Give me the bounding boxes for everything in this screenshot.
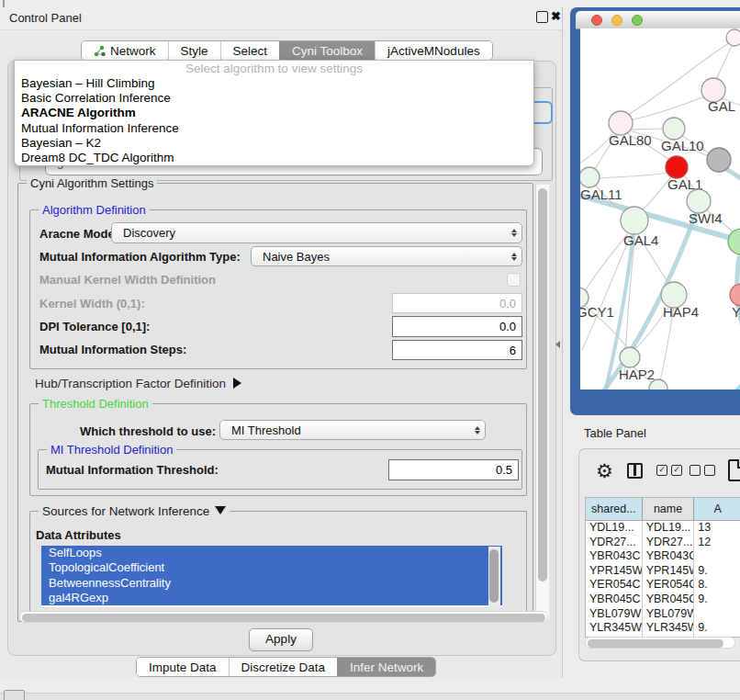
network-node-y[interactable] — [730, 284, 740, 306]
attribute-item[interactable]: BetweennessCentrality — [41, 576, 502, 591]
cyni-mode-tabbar: Impute DataDiscretize DataInfer Network — [136, 657, 436, 677]
mi-steps-label: Mutual Information Steps: — [39, 343, 186, 356]
tab-cyni-toolbox[interactable]: Cyni Toolbox — [279, 41, 375, 60]
attribute-item[interactable]: gal4RGexp — [41, 591, 502, 605]
mi-algorithm-type-combo[interactable]: Naive Bayes — [251, 246, 522, 266]
attribute-item[interactable]: SelfLoops — [41, 546, 502, 560]
node-label: HAP2 — [619, 367, 655, 382]
manual-kernel-width-checkbox[interactable] — [507, 273, 521, 287]
which-threshold-label: Which threshold to use: — [80, 424, 216, 438]
network-node-gal11[interactable] — [580, 167, 600, 187]
aracne-mode-combo[interactable]: Discovery — [111, 222, 522, 243]
hub-definition-label[interactable]: Hub/Transcription Factor Definition — [35, 377, 241, 390]
gear-icon[interactable]: ⚙ — [596, 460, 613, 482]
network-node[interactable] — [707, 148, 731, 172]
settings-horizontal-scrollbar[interactable] — [19, 611, 548, 623]
table-row[interactable]: YBR045CYBR045C9. — [586, 593, 740, 607]
mi-threshold-definition-title: MI Threshold Definition — [47, 443, 176, 457]
mi-algorithm-type-value: Naive Bayes — [252, 250, 507, 264]
minimize-traffic-light-icon[interactable] — [611, 15, 622, 26]
dropdown-item[interactable]: Dream8 DC_TDC Algorithm — [15, 151, 533, 165]
table-row[interactable]: YDR27...YDR27...12 — [586, 536, 740, 550]
dropdown-item[interactable]: ARACNE Algorithm — [15, 106, 533, 120]
deselect-all-columns-icon[interactable] — [690, 465, 715, 476]
network-node-gal10[interactable] — [663, 118, 685, 140]
tab-impute-data[interactable]: Impute Data — [137, 658, 229, 676]
mi-threshold-field[interactable]: 0.5 — [388, 459, 519, 480]
expand-right-icon[interactable] — [233, 378, 241, 389]
float-window-icon[interactable] — [536, 11, 548, 23]
zoom-traffic-light-icon[interactable] — [632, 15, 643, 26]
mi-algorithm-type-label: Mutual Information Algorithm Type: — [39, 250, 241, 264]
split-pane-collapse-icon[interactable] — [555, 341, 560, 348]
threshold-definition-group: Threshold Definition Which threshold to … — [29, 403, 527, 496]
dropdown-item[interactable]: Bayesian – K2 — [15, 136, 533, 151]
table-horizontal-scrollbar[interactable] — [585, 637, 735, 649]
network-canvas[interactable]: GALGAL80GAL10GAL1GAL11SWI4GAL4GCY1HAP4YH… — [580, 28, 740, 390]
network-node-gal1[interactable] — [666, 156, 688, 178]
new-table-icon[interactable] — [728, 459, 740, 481]
dropdown-item[interactable]: Mutual Information Inference — [15, 121, 533, 136]
columns-icon[interactable] — [627, 463, 643, 479]
cyni-algorithm-settings-title: Cyni Algorithm Settings — [27, 176, 157, 190]
combo-arrows-icon — [507, 253, 521, 261]
corner-button[interactable] — [4, 690, 25, 700]
aracne-mode-value: Discovery — [112, 226, 507, 240]
table-row[interactable]: YLR345WYLR345W9. — [586, 621, 740, 636]
which-threshold-combo[interactable]: MI Threshold — [219, 420, 486, 440]
node-label: Y — [732, 304, 740, 320]
table-row[interactable]: YBL079WYBL079W — [586, 607, 740, 622]
which-threshold-value: MI Threshold — [220, 423, 470, 437]
column-header-0[interactable]: shared... — [586, 498, 643, 520]
network-edge — [631, 93, 713, 120]
sources-title[interactable]: Sources for Network Inference — [39, 504, 230, 518]
dpi-tolerance-field[interactable]: 0.0 — [392, 316, 522, 337]
node-label: GAL — [708, 98, 735, 114]
close-icon[interactable]: ✖ — [551, 9, 561, 23]
apply-button[interactable]: Apply — [249, 628, 313, 651]
tab-discretize-data[interactable]: Discretize Data — [229, 658, 338, 676]
attributes-list-scrollbar[interactable] — [488, 547, 500, 607]
attribute-item[interactable]: TopologicalCoefficient — [41, 560, 502, 575]
column-header-1[interactable]: name — [643, 498, 695, 520]
close-traffic-light-icon[interactable] — [591, 15, 602, 26]
network-window-titlebar[interactable] — [576, 11, 740, 29]
network-node-hap2[interactable] — [620, 347, 640, 367]
kernel-width-label: Kernel Width (0,1): — [39, 297, 145, 310]
collapse-down-icon[interactable] — [215, 506, 226, 514]
combo-arrows-icon — [470, 426, 485, 435]
application-window: Control Panel ✖ NetworkStyleSelectCyni T… — [0, 0, 740, 700]
network-node[interactable] — [726, 29, 740, 46]
settings-vertical-scrollbar[interactable] — [535, 185, 549, 620]
network-node[interactable] — [728, 229, 740, 254]
tab-network[interactable]: Network — [82, 41, 168, 60]
tab-style[interactable]: Style — [168, 41, 220, 60]
kernel-width-field[interactable]: 0.0 — [392, 293, 522, 313]
data-attributes-list[interactable]: SelfLoopsTopologicalCoefficientBetweenne… — [41, 546, 502, 607]
network-view-window[interactable]: GALGAL80GAL10GAL1GAL11SWI4GAL4GCY1HAP4YH… — [570, 7, 740, 415]
table-row[interactable]: YPR145WYPR145W9. — [586, 564, 740, 579]
node-label: GAL10 — [661, 138, 704, 153]
mi-threshold-definition-group: MI Threshold Definition Mutual Informati… — [38, 449, 522, 490]
table-row[interactable]: YBR043CYBR043C — [586, 549, 740, 564]
dropdown-item[interactable]: Bayesian – Hill Climbing — [15, 76, 533, 91]
mi-steps-field[interactable]: 6 — [392, 340, 522, 360]
column-header-2[interactable]: A — [694, 498, 740, 520]
table-panel-title: Table Panel — [584, 426, 646, 440]
dropdown-item[interactable]: Basic Correlation Inference — [15, 91, 533, 106]
select-all-columns-icon[interactable]: ✓✓ — [656, 465, 682, 476]
node-label: GAL80 — [609, 132, 652, 148]
table-row[interactable]: YDL19...YDL19...13 — [586, 521, 740, 536]
network-edge — [709, 385, 740, 390]
control-panel-titlebar: Control Panel ✖ — [0, 7, 562, 30]
table-row[interactable]: YER054CYER054C8. — [586, 578, 740, 593]
tab-jactivemnodules[interactable]: jActiveMNodules — [375, 41, 492, 60]
control-panel: Control Panel ✖ NetworkStyleSelectCyni T… — [0, 7, 563, 678]
algorithm-dropdown-items: Bayesian – Hill ClimbingBasic Correlatio… — [15, 76, 533, 165]
tab-select[interactable]: Select — [220, 41, 280, 60]
node-label: GAL11 — [580, 186, 622, 202]
node-table: shared...nameAYDL19...YDL19...13YDR27...… — [585, 497, 740, 638]
tab-infer-network[interactable]: Infer Network — [337, 658, 435, 676]
network-node-gal4[interactable] — [621, 207, 648, 234]
node-label: GAL4 — [623, 232, 658, 248]
